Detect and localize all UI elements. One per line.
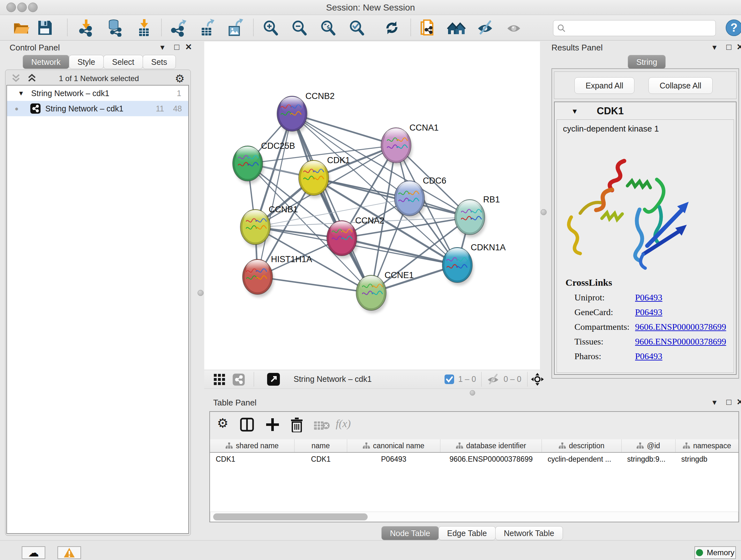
network-canvas[interactable]: CCNB2CCNA1CDC25BCDK1CDC6RB1CCNB1CCNA2CDK… (204, 42, 540, 370)
tab-style[interactable]: Style (69, 55, 104, 69)
table-columns-icon[interactable] (240, 418, 254, 432)
collection-expander-icon[interactable]: ▼ (18, 90, 24, 97)
cell-description[interactable]: cyclin-dependent ... (542, 453, 621, 465)
collapse-all-button[interactable]: Collapse All (649, 77, 713, 94)
control-panel-menu-button[interactable]: ▼ (159, 44, 166, 51)
network-options-gear-icon[interactable]: ⚙ (175, 72, 185, 85)
tab-network-table[interactable]: Network Table (495, 526, 563, 540)
network-row-selected[interactable]: ● String Network – cdk1 11 48 (7, 101, 188, 116)
warnings-button[interactable] (57, 546, 81, 559)
column-header[interactable]: namespace (676, 439, 738, 452)
table-gear-icon[interactable]: ⚙ (217, 416, 228, 430)
export-network-button[interactable] (169, 18, 188, 37)
left-splitter-handle[interactable] (198, 290, 204, 296)
crosslink-uniprot-link[interactable]: P06493 (635, 293, 663, 303)
detach-view-icon[interactable] (267, 373, 280, 386)
zoom-out-button[interactable] (290, 18, 309, 37)
entry-expander-icon[interactable]: ▼ (571, 107, 578, 116)
network-collection-row[interactable]: ▼ String Network – cdk1 1 (7, 85, 188, 101)
expand-all-tree-icon[interactable] (27, 73, 38, 83)
hide-selected-button[interactable] (475, 18, 495, 37)
results-panel-menu-button[interactable]: ▼ (711, 44, 718, 51)
network-node-CDC6[interactable] (394, 181, 426, 219)
grid-view-icon[interactable] (214, 374, 226, 385)
cell-canonical-name[interactable]: P06493 (347, 453, 441, 465)
right-splitter-handle[interactable] (541, 209, 547, 215)
help-button[interactable]: ? (724, 18, 741, 37)
publication-export-button[interactable] (418, 18, 437, 37)
column-header[interactable]: name (294, 439, 347, 452)
refresh-view-button[interactable] (382, 18, 401, 37)
zoom-fit-icon (319, 19, 337, 37)
crosslink-tissues-link[interactable]: 9606.ENSP00000378699 (635, 336, 726, 347)
memory-button[interactable]: Memory (694, 546, 736, 559)
tab-node-table[interactable]: Node Table (381, 526, 439, 540)
import-database-button[interactable] (105, 18, 125, 37)
table-panel-close-button[interactable]: ✕ (737, 398, 741, 406)
network-node-RB1[interactable] (455, 199, 486, 238)
network-node-CCNE1[interactable] (356, 275, 387, 313)
import-network-button[interactable] (77, 18, 96, 37)
cell-database-identifier[interactable]: 9606.ENSP00000378699 (441, 453, 542, 465)
cell-name[interactable]: CDK1 (294, 453, 347, 465)
crosslink-compartments-link[interactable]: 9606.ENSP00000378699 (635, 322, 726, 332)
delete-row-trash-icon[interactable] (290, 417, 304, 432)
crosslink-pharos-link[interactable]: P06493 (635, 351, 663, 361)
column-header[interactable]: database identifier (441, 439, 542, 452)
column-header[interactable]: description (542, 439, 621, 452)
table-panel-menu-button[interactable]: ▼ (711, 399, 718, 406)
results-panel-float-button[interactable]: □ (726, 43, 731, 51)
cloud-status-button[interactable]: ☁ (22, 546, 45, 559)
network-edge-CDK1-RB1[interactable] (314, 178, 470, 217)
import-table-button[interactable] (134, 18, 153, 37)
results-panel-close-button[interactable]: ✕ (737, 43, 741, 51)
cell-id[interactable]: stringdb:9... (621, 453, 676, 465)
network-node-CCNA2[interactable] (327, 221, 358, 259)
scrollbar-thumb[interactable] (213, 513, 367, 520)
cell-namespace[interactable]: stringdb (676, 453, 738, 465)
export-image-button[interactable] (225, 18, 245, 37)
eye-slash-icon (476, 19, 494, 37)
network-node-CCNB1[interactable] (240, 209, 272, 247)
network-edge-HIST1H1A-CCNE1[interactable] (258, 277, 371, 293)
export-table-button[interactable] (197, 18, 216, 37)
zoom-in-button[interactable] (261, 18, 280, 37)
tab-string[interactable]: String (628, 55, 666, 69)
cell-shared-name[interactable]: CDK1 (210, 453, 294, 465)
crosslink-genecard-link[interactable]: P06493 (635, 307, 663, 317)
tab-edge-table[interactable]: Edge Table (439, 526, 495, 540)
network-node-CCNB2[interactable] (277, 96, 308, 134)
network-node-CDK1[interactable] (299, 160, 330, 198)
expand-all-button[interactable]: Expand All (575, 77, 634, 94)
show-all-button[interactable] (504, 18, 523, 37)
search-input[interactable] (568, 21, 713, 35)
home-button[interactable] (447, 18, 466, 37)
horizontal-splitter-handle[interactable] (470, 390, 475, 395)
column-header[interactable]: @id (622, 439, 676, 452)
collapse-all-tree-icon[interactable] (11, 73, 22, 83)
column-header[interactable]: canonical name (347, 439, 441, 452)
network-node-CDC25B[interactable] (232, 146, 264, 184)
tab-sets[interactable]: Sets (143, 55, 176, 69)
open-session-button[interactable] (12, 18, 31, 37)
network-edge-CCNB2-CCNE1[interactable] (292, 114, 371, 293)
table-row[interactable]: CDK1 CDK1 P06493 9606.ENSP00000378699 cy… (210, 453, 738, 465)
add-row-icon[interactable] (266, 418, 280, 432)
column-header[interactable]: shared name (210, 439, 294, 452)
network-node-CDKN1A[interactable] (442, 247, 474, 286)
zoom-selected-button[interactable] (347, 18, 366, 37)
control-panel-close-button[interactable]: ✕ (185, 43, 192, 51)
tab-select[interactable]: Select (104, 55, 143, 69)
network-edge-CCNA2-CDKN1A[interactable] (342, 238, 457, 265)
table-panel-float-button[interactable]: □ (726, 398, 731, 406)
network-list-icon[interactable] (232, 373, 245, 386)
control-panel-float-button[interactable]: □ (174, 43, 179, 51)
selected-checkbox-icon[interactable] (444, 374, 455, 384)
birds-eye-view-icon[interactable] (530, 372, 544, 386)
table-horizontal-scrollbar[interactable] (211, 512, 738, 522)
network-node-CCNA1[interactable] (381, 128, 412, 166)
save-session-button[interactable] (35, 18, 54, 37)
tab-network[interactable]: Network (23, 55, 69, 69)
network-node-HIST1H1A[interactable] (243, 259, 274, 297)
zoom-fit-button[interactable] (319, 18, 338, 37)
